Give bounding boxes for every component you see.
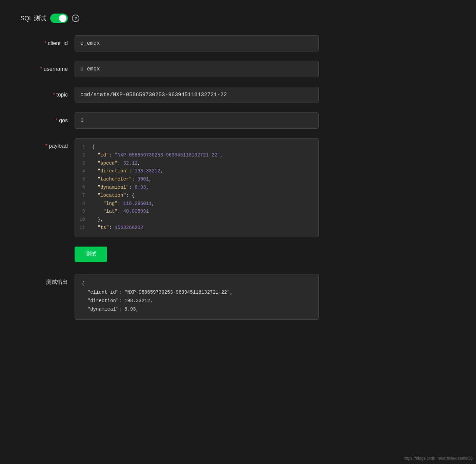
- topic-row: *topic: [20, 87, 456, 103]
- client-id-label: *client_id: [20, 40, 75, 46]
- help-icon[interactable]: ?: [72, 15, 79, 22]
- url-hint: https://blogs.csdn.net/article/details/3…: [404, 456, 473, 461]
- code-line-9: "lat": 40.005091: [92, 208, 316, 216]
- code-line-6: "dynamical": 8.93,: [92, 184, 316, 192]
- line-num-3: 3: [79, 160, 85, 168]
- line-num-7: 7: [79, 192, 85, 200]
- output-line-3: "direction": 198.33212,: [82, 297, 312, 305]
- required-star-payload: *: [45, 143, 47, 149]
- line-num-1: 1: [79, 143, 85, 151]
- sql-test-toggle[interactable]: [50, 14, 68, 23]
- client-id-input[interactable]: [75, 35, 319, 51]
- line-num-4: 4: [79, 167, 85, 175]
- username-input[interactable]: [75, 61, 319, 77]
- line-num-6: 6: [79, 184, 85, 192]
- payload-label: *payload: [20, 138, 75, 149]
- required-star: *: [44, 40, 46, 46]
- test-button[interactable]: 测试: [75, 247, 107, 262]
- line-num-2: 2: [79, 151, 85, 160]
- topic-label: *topic: [20, 92, 75, 98]
- line-num-11: 11: [79, 224, 85, 232]
- output-line-1: {: [82, 280, 312, 288]
- code-line-4: "direction": 198.33212,: [92, 167, 316, 175]
- payload-editor[interactable]: 1 2 3 4 5 6 7 8 9 10 11 { "id": "NXP-058…: [75, 138, 319, 237]
- test-button-row: 测试: [20, 247, 456, 262]
- qos-row: *qos: [20, 112, 456, 129]
- required-star-topic: *: [53, 92, 55, 98]
- code-line-2: "id": "NXP-058659730253-963945118132721-…: [92, 151, 316, 160]
- line-num-8: 8: [79, 200, 85, 208]
- output-line-2: "client_id": "NXP-058659730253-963945118…: [82, 288, 312, 297]
- code-line-8: "lng": 116.296011,: [92, 200, 316, 208]
- line-num-9: 9: [79, 208, 85, 216]
- payload-code: { "id": "NXP-058659730253-96394511813272…: [89, 142, 318, 233]
- qos-input[interactable]: [75, 112, 319, 129]
- username-label: *username: [20, 66, 75, 72]
- sql-test-row: SQL 测试 ?: [20, 14, 456, 23]
- code-line-11: "ts": 1563268202: [92, 224, 316, 232]
- output-content: { "client_id": "NXP-058659730253-9639451…: [75, 274, 319, 320]
- code-line-10: },: [92, 216, 316, 224]
- code-line-5: "tachometer": 9001,: [92, 175, 316, 184]
- sql-test-label: SQL 测试: [20, 14, 46, 22]
- code-line-1: {: [92, 143, 316, 151]
- required-star-qos: *: [56, 118, 58, 123]
- line-num-10: 10: [79, 216, 85, 224]
- output-line-4: "dynamical": 8.93,: [82, 305, 312, 314]
- line-num-5: 5: [79, 175, 85, 184]
- client-id-row: *client_id: [20, 35, 456, 51]
- code-line-7: "location": {: [92, 192, 316, 200]
- qos-label: *qos: [20, 118, 75, 124]
- code-line-3: "speed": 32.12,: [92, 160, 316, 168]
- payload-row: *payload 1 2 3 4 5 6 7 8 9 10 11 { "id":…: [20, 138, 456, 237]
- topic-input[interactable]: [75, 87, 319, 103]
- required-star-username: *: [40, 66, 42, 72]
- output-row: 测试输出 { "client_id": "NXP-058659730253-96…: [20, 274, 456, 320]
- line-numbers: 1 2 3 4 5 6 7 8 9 10 11: [75, 142, 89, 233]
- output-label: 测试输出: [20, 274, 75, 286]
- username-row: *username: [20, 61, 456, 77]
